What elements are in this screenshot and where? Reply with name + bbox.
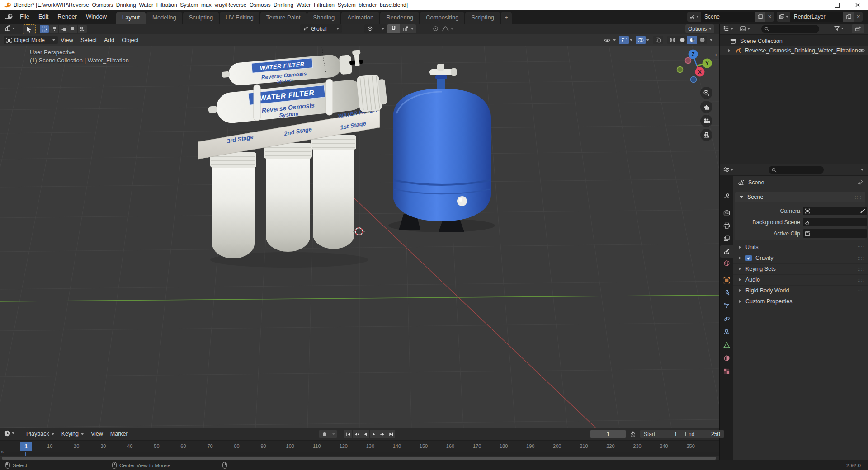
new-collection-button[interactable] xyxy=(852,24,864,33)
tab-view-layer[interactable] xyxy=(720,232,733,244)
renderlayer-unlink-button[interactable]: ✕ xyxy=(854,12,863,22)
tab-particles[interactable] xyxy=(720,300,733,312)
tab-material[interactable] xyxy=(720,352,733,364)
timeline-editor-type-button[interactable] xyxy=(4,430,14,437)
outliner-filter-button[interactable] xyxy=(834,25,844,32)
timeline-canvas[interactable]: » xyxy=(0,452,719,456)
tab-rendering[interactable]: Rendering xyxy=(380,12,419,24)
menu-file[interactable]: File xyxy=(15,10,34,24)
scene-copy-button[interactable] xyxy=(755,12,765,22)
pivot-point-dropdown[interactable] xyxy=(364,24,387,33)
add-workspace-button[interactable]: + xyxy=(501,12,512,24)
toggle-ortho-button[interactable] xyxy=(700,129,712,141)
end-frame-field[interactable]: End250 xyxy=(681,430,724,438)
options-dropdown[interactable]: Options xyxy=(685,24,714,33)
drag-dots-icon[interactable]: :::: xyxy=(858,277,864,282)
panel-custom-properties[interactable]: Custom Properties :::: xyxy=(733,296,868,307)
camera-field[interactable] xyxy=(803,207,867,215)
scene-unlink-button[interactable]: ✕ xyxy=(765,12,774,22)
shading-material-preview-button[interactable] xyxy=(687,36,697,44)
pan-view-button[interactable] xyxy=(700,101,712,113)
visibility-eye-icon[interactable] xyxy=(858,48,865,53)
tab-render[interactable] xyxy=(720,207,733,219)
tab-object-data[interactable] xyxy=(720,339,733,351)
renderlayer-datablock-icon[interactable] xyxy=(777,12,790,22)
tab-uv-editing[interactable]: UV Editing xyxy=(220,12,259,24)
tab-texture-paint[interactable]: Texture Paint xyxy=(260,12,307,24)
drag-dots-icon[interactable]: :::: xyxy=(858,256,864,261)
use-preview-range-button[interactable] xyxy=(627,430,638,438)
renderlayer-name-field[interactable]: RenderLayer xyxy=(790,12,843,22)
panel-audio[interactable]: Audio :::: xyxy=(733,274,868,286)
select-mode-invert-button[interactable] xyxy=(68,25,77,33)
outliner-search-input[interactable] xyxy=(761,25,819,33)
select-mode-extend-button[interactable] xyxy=(49,25,58,33)
show-overlays-toggle[interactable] xyxy=(636,36,646,44)
tab-scripting[interactable]: Scripting xyxy=(465,12,500,24)
properties-options-caret[interactable] xyxy=(861,169,863,171)
panel-gravity[interactable]: Gravity :::: xyxy=(733,253,868,264)
outliner-editor-type-button[interactable] xyxy=(723,25,733,32)
tab-shading[interactable]: Shading xyxy=(307,12,341,24)
playhead-line[interactable] xyxy=(25,452,26,456)
shading-rendered-button[interactable] xyxy=(697,36,707,44)
panel-keying-sets[interactable]: Keying Sets :::: xyxy=(733,263,868,275)
shading-solid-button[interactable] xyxy=(677,36,687,44)
current-frame-chip[interactable]: 1 xyxy=(20,442,32,451)
timeline-ruler[interactable]: 1020304050607080901001101201301401501601… xyxy=(0,440,719,452)
breadcrumb-label[interactable]: Scene xyxy=(748,179,764,186)
panel-rigid-body-world[interactable]: Rigid Body World :::: xyxy=(733,285,868,296)
current-frame-field[interactable]: 1 xyxy=(590,430,626,438)
scene-name-field[interactable]: Scene xyxy=(701,12,755,22)
outliner-row-collection[interactable]: Reverse_Osmosis_Drinking_Water_Filtratio… xyxy=(720,46,868,55)
prev-keyframe-button[interactable] xyxy=(353,430,361,438)
panel-units[interactable]: Units :::: xyxy=(733,242,868,253)
tab-modeling[interactable]: Modeling xyxy=(146,12,182,24)
jump-to-start-button[interactable] xyxy=(344,430,352,438)
drag-dots-icon[interactable]: :::: xyxy=(858,245,864,250)
active-tool-tweak-button[interactable] xyxy=(23,24,36,34)
eyedropper-icon[interactable] xyxy=(860,208,865,214)
expand-arrow-icon[interactable] xyxy=(728,49,730,52)
gravity-checkbox[interactable] xyxy=(745,255,752,261)
tab-output[interactable] xyxy=(720,220,733,232)
transform-orientation-dropdown[interactable]: Global xyxy=(300,24,342,33)
timeline-expand-arrow[interactable]: » xyxy=(1,449,4,455)
tab-physics[interactable] xyxy=(720,313,733,325)
tab-object[interactable] xyxy=(720,274,733,287)
show-gizmo-toggle[interactable] xyxy=(619,36,629,44)
play-reverse-button[interactable] xyxy=(361,430,369,438)
tab-texture[interactable] xyxy=(720,365,733,377)
proportional-falloff-dropdown[interactable] xyxy=(442,26,453,32)
active-clip-field[interactable] xyxy=(803,229,867,238)
auto-keyframe-dropdown[interactable] xyxy=(330,430,337,438)
tab-modifiers[interactable] xyxy=(720,287,733,299)
sidebar-collapse-arrow[interactable]: ‹ xyxy=(715,51,717,58)
drag-dots-icon[interactable]: :::: xyxy=(855,195,862,200)
tab-layout[interactable]: Layout xyxy=(116,12,146,24)
xray-toggle[interactable] xyxy=(653,36,663,44)
tab-compositing[interactable]: Compositing xyxy=(420,12,464,24)
tab-tool[interactable] xyxy=(720,190,733,202)
camera-view-button[interactable] xyxy=(700,115,712,127)
renderlayer-copy-button[interactable] xyxy=(843,12,854,22)
close-button[interactable] xyxy=(847,0,868,10)
select-mode-intersect-button[interactable] xyxy=(78,25,87,33)
tab-scene[interactable] xyxy=(720,245,733,258)
background-scene-field[interactable] xyxy=(803,218,867,226)
scene-panel-header[interactable]: Scene :::: xyxy=(735,192,865,202)
tab-world[interactable] xyxy=(720,257,733,269)
select-mode-set-button[interactable] xyxy=(40,25,49,33)
menu-window[interactable]: Window xyxy=(81,10,111,24)
tab-constraints[interactable] xyxy=(720,326,733,338)
scrollbar-handle[interactable] xyxy=(2,457,716,460)
menu-select[interactable]: Select xyxy=(77,34,100,46)
drag-dots-icon[interactable]: :::: xyxy=(858,299,864,304)
zoom-view-button[interactable] xyxy=(700,87,712,99)
select-mode-subtract-button[interactable] xyxy=(59,25,68,33)
outliner-display-mode-button[interactable] xyxy=(740,25,750,32)
viewport-3d[interactable]: 3rd Stage 2nd Stage 1st Stage WATER FILT… xyxy=(0,46,719,428)
menu-render[interactable]: Render xyxy=(53,10,81,24)
menu-view-timeline[interactable]: View xyxy=(87,428,107,440)
viewport-right-divider[interactable] xyxy=(719,24,720,460)
